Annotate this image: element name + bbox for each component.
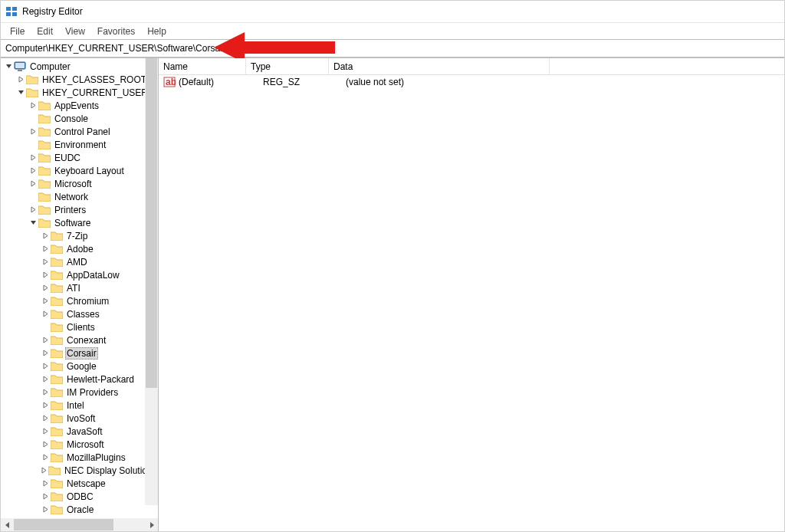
chevron-down-icon[interactable]	[4, 62, 13, 71]
tree-node-console[interactable]: Console	[2, 112, 158, 125]
tree-node-controlpanel[interactable]: Control Panel	[2, 125, 158, 138]
menu-file[interactable]: File	[4, 25, 31, 38]
tree-scroll[interactable]: Computer HKEY_CLASSES_ROOT HKEY_CURRENT_…	[1, 58, 158, 518]
chevron-right-icon[interactable]	[28, 153, 38, 163]
tree-horizontal-scrollbar[interactable]	[1, 518, 158, 531]
tree-node-appevents[interactable]: AppEvents	[2, 99, 158, 112]
tree-label: Console	[53, 113, 90, 124]
tree-node-7zip[interactable]: 7-Zip	[2, 229, 158, 242]
tree-node-network[interactable]: Network	[2, 190, 158, 203]
folder-icon	[51, 413, 63, 424]
chevron-right-icon[interactable]	[28, 179, 38, 189]
chevron-right-icon[interactable]	[41, 362, 50, 371]
menu-edit[interactable]: Edit	[31, 25, 59, 38]
chevron-right-icon[interactable]	[41, 349, 50, 358]
tree-node-printers[interactable]: Printers	[2, 203, 158, 216]
tree-node-microsoft[interactable]: Microsoft	[2, 177, 158, 190]
values-list[interactable]: ab (Default) REG_SZ (value not set)	[159, 75, 784, 531]
column-header-name[interactable]: Name	[159, 58, 246, 74]
tree-node-clients[interactable]: Clients	[2, 320, 158, 333]
folder-icon	[26, 87, 38, 98]
tree-node-mozilla[interactable]: MozillaPlugins	[2, 451, 158, 464]
tree-node-eudc[interactable]: EUDC	[2, 151, 158, 164]
folder-icon	[51, 348, 63, 359]
svg-rect-2	[6, 12, 11, 16]
tree-node-hkcr[interactable]: HKEY_CLASSES_ROOT	[2, 73, 158, 86]
chevron-right-icon[interactable]	[41, 492, 50, 501]
chevron-right-icon[interactable]	[41, 232, 50, 241]
address-input[interactable]	[1, 40, 784, 57]
chevron-right-icon[interactable]	[41, 284, 50, 293]
menu-favorites[interactable]: Favorites	[91, 25, 141, 38]
chevron-right-icon[interactable]	[41, 336, 50, 345]
main-split: Computer HKEY_CLASSES_ROOT HKEY_CURRENT_…	[1, 57, 784, 531]
tree-node-chromium[interactable]: Chromium	[2, 294, 158, 307]
chevron-right-icon[interactable]	[41, 245, 50, 254]
value-row[interactable]: ab (Default) REG_SZ (value not set)	[159, 75, 784, 89]
chevron-right-icon[interactable]	[28, 205, 38, 215]
scrollbar-thumb[interactable]	[146, 58, 157, 388]
chevron-right-icon[interactable]	[28, 101, 38, 110]
tree-node-ms[interactable]: Microsoft	[2, 438, 158, 451]
tree-label: Conexant	[65, 335, 107, 346]
tree-node-amd[interactable]: AMD	[2, 255, 158, 268]
scrollbar-thumb[interactable]	[14, 519, 113, 530]
tree-node-odbc[interactable]: ODBC	[2, 490, 158, 503]
tree-node-keyboard[interactable]: Keyboard Layout	[2, 164, 158, 177]
tree-node-improviders[interactable]: IM Providers	[2, 386, 158, 399]
tree-node-corsair[interactable]: Corsair	[2, 346, 158, 360]
computer-icon	[14, 61, 26, 72]
chevron-right-icon[interactable]	[41, 505, 50, 514]
chevron-right-icon[interactable]	[41, 388, 50, 397]
tree-node-conexant[interactable]: Conexant	[2, 333, 158, 346]
tree-node-adobe[interactable]: Adobe	[2, 242, 158, 255]
tree-node-hkcu[interactable]: HKEY_CURRENT_USER	[2, 86, 158, 99]
chevron-right-icon[interactable]	[41, 414, 50, 423]
tree-node-oracle[interactable]: Oracle	[2, 503, 158, 516]
chevron-right-icon[interactable]	[41, 427, 50, 436]
chevron-right-icon[interactable]	[41, 440, 50, 449]
tree-node-environment[interactable]: Environment	[2, 138, 158, 151]
tree-node-hp[interactable]: Hewlett-Packard	[2, 373, 158, 386]
scrollbar-track[interactable]	[14, 518, 145, 531]
chevron-down-icon[interactable]	[16, 88, 25, 97]
tree-node-computer[interactable]: Computer	[2, 60, 158, 73]
tree-label: IvoSoft	[65, 413, 97, 424]
chevron-right-icon[interactable]	[28, 127, 38, 136]
chevron-right-icon[interactable]	[41, 310, 50, 319]
chevron-down-icon[interactable]	[28, 218, 38, 228]
tree-node-google[interactable]: Google	[2, 360, 158, 373]
chevron-right-icon[interactable]	[41, 466, 48, 475]
tree-node-software[interactable]: Software	[2, 216, 158, 229]
folder-icon	[51, 309, 63, 320]
tree-vertical-scrollbar[interactable]	[145, 58, 158, 505]
chevron-right-icon[interactable]	[41, 297, 50, 306]
column-header-type[interactable]: Type	[246, 58, 329, 74]
tree-node-appdatalow[interactable]: AppDataLow	[2, 268, 158, 281]
menu-view[interactable]: View	[59, 25, 91, 38]
tree-node-javasoft[interactable]: JavaSoft	[2, 425, 158, 438]
tree-label: Chromium	[65, 296, 110, 307]
tree-node-ivosoft[interactable]: IvoSoft	[2, 412, 158, 425]
folder-icon	[38, 192, 51, 202]
tree-node-netscape[interactable]: Netscape	[2, 477, 158, 490]
folder-icon	[38, 205, 51, 215]
tree-node-intel[interactable]: Intel	[2, 399, 158, 412]
chevron-right-icon[interactable]	[41, 453, 50, 462]
chevron-right-icon[interactable]	[16, 75, 25, 84]
chevron-right-icon[interactable]	[41, 271, 50, 280]
folder-icon	[51, 296, 63, 307]
scroll-right-icon[interactable]	[145, 518, 158, 531]
chevron-right-icon[interactable]	[41, 375, 50, 384]
column-header-data[interactable]: Data	[329, 58, 550, 74]
tree-node-ati[interactable]: ATI	[2, 281, 158, 294]
chevron-right-icon[interactable]	[41, 479, 50, 488]
scroll-left-icon[interactable]	[1, 518, 14, 531]
chevron-right-icon[interactable]	[41, 401, 50, 410]
chevron-right-icon[interactable]	[41, 258, 50, 267]
chevron-right-icon[interactable]	[28, 166, 38, 176]
tree-label: Computer	[28, 61, 72, 72]
menu-help[interactable]: Help	[141, 25, 172, 38]
tree-node-nec[interactable]: NEC Display Solutions	[2, 464, 158, 477]
tree-node-classes[interactable]: Classes	[2, 307, 158, 320]
